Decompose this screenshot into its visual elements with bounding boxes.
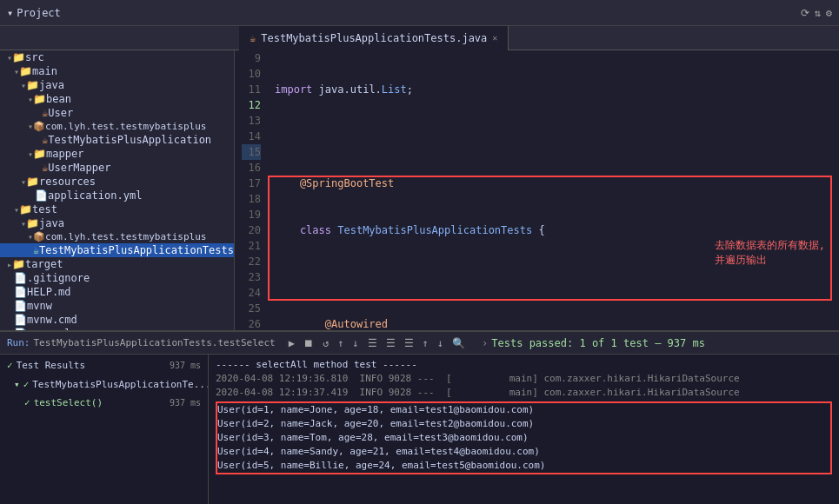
console-line-5: User(id=3, name=Tom, age=28, email=test3… [217, 431, 830, 445]
sidebar-item-java[interactable]: ▾ 📁 java [0, 78, 234, 92]
folder-icon-main: 📁 [19, 65, 32, 77]
folder-icon-java2: 📁 [26, 217, 39, 229]
line-numbers: 9 10 11 12 13 14 15 16 17 18 19 20 21 22… [235, 50, 268, 330]
sort-icon[interactable]: ⇅ [815, 7, 821, 19]
arrow-icon: ▾ [7, 7, 13, 19]
bottom-content: ✓ Test Results 937 ms ▾ ✓ TestMybatisPlu… [0, 355, 839, 504]
java-file-icon: ☕ [250, 32, 256, 44]
tab-close-icon[interactable]: ✕ [492, 33, 497, 43]
method-pass-icon: ✓ [24, 397, 30, 408]
bottom-toolbar: Run: TestMybatisPlusApplicationTests.tes… [0, 332, 839, 355]
sidebar-item-mvnw-cmd[interactable]: 📄 mvnw.cmd [0, 313, 234, 327]
sidebar-item-application-yml[interactable]: 📄 application.yml [0, 189, 234, 202]
folder-icon-bean: 📁 [33, 93, 46, 105]
sidebar-item-main[interactable]: ▾ 📁 main [0, 64, 234, 78]
code-and-overlay: import java.util.List; @SpringBootTest c… [268, 50, 839, 330]
folder-icon-src: 📁 [12, 51, 25, 63]
file-icon-help: 📄 [14, 286, 27, 298]
yml-icon: 📄 [35, 189, 48, 202]
console-line-4: User(id=2, name=Jack, age=20, email=test… [217, 417, 830, 431]
tab-bar: ☕ TestMybatisPlusApplicationTests.java ✕ [0, 26, 839, 50]
stop-icon[interactable]: ⏹ [301, 335, 316, 351]
code-line-14: @Autowired [275, 316, 832, 330]
code-container: 9 10 11 12 13 14 15 16 17 18 19 20 21 22… [235, 50, 839, 330]
code-line-12: class TestMybatisPlusApplicationTests { [275, 222, 832, 238]
down-icon[interactable]: ↓ [350, 335, 361, 351]
test-method-item[interactable]: ✓ testSelect() 937 ms [0, 395, 208, 410]
sidebar-item-java2[interactable]: ▾ 📁 java [0, 216, 234, 230]
search-icon[interactable]: 🔍 [449, 335, 468, 351]
java-icon-tests: ☕ [33, 244, 39, 256]
play-icon[interactable]: ▶ [286, 335, 297, 351]
file-icon-mvnw-cmd: 📄 [14, 314, 27, 326]
bottom-panel: Run: TestMybatisPlusApplicationTests.tes… [0, 330, 839, 504]
sync-icon[interactable]: ⟳ [801, 7, 809, 19]
test-results-panel: ✓ Test Results 937 ms ▾ ✓ TestMybatisPlu… [0, 355, 209, 504]
main-area: ▾ 📁 src ▾ 📁 main ▾ 📁 java ▾ 📁 bean ☕ Use… [0, 50, 839, 330]
sidebar-item-mapper[interactable]: ▾ 📁 mapper [0, 147, 234, 161]
console-line-2: 2020-04-08 12:19:37.419 INFO 9028 --- [ … [216, 386, 832, 400]
toolbar-buttons: ▶ ⏹ ↺ ↑ ↓ ☰ ☰ ☰ ↑ ↓ 🔍 [286, 335, 468, 351]
sidebar-item-bean[interactable]: ▾ 📁 bean [0, 92, 234, 106]
folder-icon-resources: 📁 [26, 176, 39, 188]
code-body: import java.util.List; @SpringBootTest c… [268, 50, 839, 330]
java-icon-mapper: ☕ [42, 162, 48, 174]
file-tab-main[interactable]: ☕ TestMybatisPlusApplicationTests.java ✕ [239, 26, 509, 50]
file-icon-gitignore: 📄 [14, 272, 27, 284]
test-class-item[interactable]: ▾ ✓ TestMybatisPlusApplicationTe... 937 … [0, 373, 208, 395]
sidebar-item-help[interactable]: 📄 HELP.md [0, 285, 234, 299]
refresh-icon[interactable]: ↺ [320, 335, 331, 351]
results-check: ✓ [7, 360, 13, 371]
test-results-header: ✓ Test Results 937 ms [0, 358, 208, 373]
console-line-3: User(id=1, name=Jone, age=18, email=test… [217, 403, 830, 417]
code-line-11: @SpringBootTest [275, 176, 832, 191]
sidebar-item-user[interactable]: ☕ User [0, 106, 234, 120]
folder-icon-mapper: 📁 [33, 148, 46, 160]
format-icon[interactable]: ☰ [365, 335, 380, 351]
project-label: ▾ Project [7, 7, 61, 19]
editor-area: 9 10 11 12 13 14 15 16 17 18 19 20 21 22… [235, 50, 839, 330]
sidebar-item-src[interactable]: ▾ 📁 src [0, 50, 234, 64]
sidebar-item-target[interactable]: ▸ 📁 target [0, 257, 234, 271]
console-line-1: 2020-04-08 12:19:36.810 INFO 9028 --- [ … [216, 372, 832, 386]
settings-icon[interactable]: ⚙ [826, 7, 832, 19]
code-line-9: import java.util.List; [275, 82, 832, 97]
code-line-10 [275, 129, 832, 144]
folder-icon-com: 📦 [33, 121, 45, 132]
run-class-label: TestMybatisPlusApplicationTests.testSele… [34, 337, 276, 348]
format3-icon[interactable]: ☰ [402, 335, 416, 351]
folder-icon-com2: 📦 [33, 231, 45, 242]
format2-icon[interactable]: ☰ [383, 335, 398, 351]
java-icon-user: ☕ [42, 107, 48, 119]
code-annotation: 去除数据表的所有数据, 并遍历输出 [715, 238, 825, 268]
sidebar-item-gitignore[interactable]: 📄 .gitignore [0, 271, 234, 285]
console-line-6: User(id=4, name=Sandy, age=21, email=tes… [217, 445, 830, 459]
up-icon[interactable]: ↑ [335, 335, 346, 351]
sidebar-item-com-pkg[interactable]: ▾ 📦 com.lyh.test.testmybatisplus [0, 120, 234, 133]
console-line-7: User(id=5, name=Billie, age=24, email=te… [217, 459, 830, 473]
file-icon-mvnw: 📄 [14, 300, 27, 312]
code-line-13 [275, 269, 832, 285]
sidebar: ▾ 📁 src ▾ 📁 main ▾ 📁 java ▾ 📁 bean ☕ Use… [0, 50, 235, 330]
sidebar-item-resources[interactable]: ▾ 📁 resources [0, 175, 234, 189]
run-label: Run: [7, 337, 30, 348]
sidebar-item-UserMapper[interactable]: ☕ UserMapper [0, 161, 234, 175]
console-highlight-box: User(id=1, name=Jone, age=18, email=test… [216, 401, 832, 474]
class-pass-icon: ✓ [23, 379, 30, 390]
passed-info: › Tests passed: 1 of 1 test — 937 ms [482, 337, 705, 349]
folder-icon-test: 📁 [19, 203, 32, 216]
sidebar-item-mvnw[interactable]: 📄 mvnw [0, 299, 234, 313]
class-check: ▾ [14, 379, 20, 390]
sidebar-item-test[interactable]: ▾ 📁 test [0, 202, 234, 216]
tests-passed-label: Tests passed: 1 of 1 test — 937 ms [491, 337, 705, 349]
sidebar-item-com-pkg2[interactable]: ▾ 📦 com.lyh.test.testmybatisplus [0, 230, 234, 243]
sidebar-item-TestMybatisPlusTests[interactable]: ☕ TestMybatisPlusApplicationTests [0, 243, 234, 257]
console-line-0: ------ selectAll method test ------ [216, 358, 832, 372]
sidebar-item-TestMybatisPlusApp[interactable]: ☕ TestMybatisPlusApplication [0, 133, 234, 147]
java-icon-app: ☕ [42, 134, 48, 146]
up2-icon[interactable]: ↑ [420, 335, 431, 351]
top-bar: ▾ Project ⟳ ⇅ ⚙ [0, 0, 839, 26]
down2-icon[interactable]: ↓ [435, 335, 446, 351]
console-panel: ------ selectAll method test ------ 2020… [209, 355, 839, 504]
top-bar-icons: ⟳ ⇅ ⚙ [801, 7, 832, 19]
